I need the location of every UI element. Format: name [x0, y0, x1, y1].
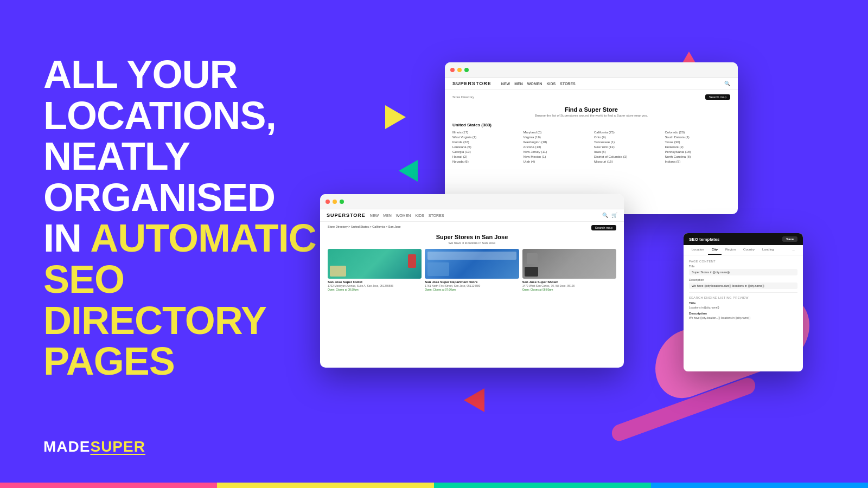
search-icon-w1[interactable]: 🔍 — [724, 81, 730, 86]
w1-nav-kids[interactable]: KIDS — [546, 82, 556, 86]
w3-page-content-label: PAGE CONTENT — [689, 260, 797, 263]
location-item[interactable]: Missouri (15) — [594, 160, 660, 163]
w1-brand: SUPERSTORE — [452, 81, 492, 86]
w1-locations-grid: Illinois (17)Maryland (5)California (75)… — [452, 131, 730, 163]
w2-main-title: Super Stores in San Jose — [328, 234, 616, 240]
location-item[interactable]: Ohio (9) — [594, 136, 660, 139]
w3-title-label: Title — [689, 265, 797, 268]
browser-bar-1 — [445, 62, 738, 78]
location-item[interactable]: Iowa (5) — [594, 150, 660, 153]
store-addr-dept: 1761 North First Street, San Jose, 95112… — [425, 284, 519, 287]
w2-stores-grid: San Jose Super Outlet 1702 Maridyan Aven… — [328, 249, 616, 291]
w3-header: SEO templates Save — [684, 233, 803, 245]
location-item[interactable]: Hawaii (2) — [452, 155, 518, 158]
w2-nav-kids[interactable]: KIDS — [415, 214, 424, 217]
dot-red-1 — [450, 68, 455, 72]
window1-nav: SUPERSTORE NEW MEN WOMEN KIDS STORES 🔍 — [445, 78, 738, 90]
location-item[interactable]: North Carolina (8) — [665, 155, 731, 158]
tab-country[interactable]: Country — [739, 245, 758, 255]
window-city: SUPERSTORE NEW MEN WOMEN KIDS STORES 🔍 🛒… — [320, 194, 624, 368]
location-item[interactable]: Maryland (5) — [524, 131, 589, 134]
w2-nav-stores[interactable]: STORES — [429, 214, 444, 217]
w2-nav-women[interactable]: WOMEN — [396, 214, 411, 217]
w1-nav-women[interactable]: WOMEN — [527, 82, 542, 86]
tab-city[interactable]: City — [708, 245, 722, 255]
decoration-triangle-yellow — [385, 105, 406, 129]
store-addr-shown: 1472 West San Carlos, 70, Wil Jose, 9512… — [522, 284, 616, 287]
w3-save-btn[interactable]: Save — [782, 236, 797, 242]
location-item[interactable]: Washington (18) — [524, 140, 589, 144]
location-item[interactable]: Louisiana (5) — [452, 145, 518, 149]
store-name-shown: San Jose Super Shown — [522, 280, 616, 284]
location-item[interactable]: Georgia (13) — [452, 150, 518, 153]
tab-location[interactable]: Location — [688, 245, 708, 255]
store-card-shown: San Jose Super Shown 1472 West San Carlo… — [522, 249, 616, 291]
location-item[interactable]: California (75) — [594, 131, 660, 134]
location-item[interactable]: Tennessee (1) — [594, 140, 660, 144]
decoration-triangle-red — [464, 388, 484, 412]
headline-line1: ALL YOUR LOCATIONS, — [43, 54, 369, 136]
location-item[interactable]: Delaware (2) — [665, 145, 731, 149]
tab-landing[interactable]: Landing — [758, 245, 777, 255]
logo-made: MADE — [43, 438, 90, 455]
w1-subtitle: Browse the list of Superstores around th… — [452, 114, 730, 117]
w3-title-value[interactable]: Super Stores in {{city.name}} — [689, 269, 797, 275]
store-open-shown: Open: Closes at 08:00pm — [522, 288, 616, 291]
location-item[interactable]: New Mexico (1) — [524, 155, 589, 158]
headline-in: IN — [43, 216, 90, 260]
w1-nav-stores[interactable]: STORES — [560, 82, 576, 86]
w3-preview-desc-value: We have {{city.location...}} locations i… — [689, 316, 797, 320]
location-item[interactable]: West Virginia (1) — [452, 136, 518, 139]
tab-region[interactable]: Region — [722, 245, 739, 255]
w1-nav-men[interactable]: MEN — [514, 82, 523, 86]
location-item[interactable]: Nevada (6) — [452, 160, 518, 163]
w3-desc-label: Description — [689, 278, 797, 281]
w2-breadcrumb-text[interactable]: Store Directory > United States > Califo… — [328, 225, 401, 228]
w3-preview-desc-label: Description — [689, 312, 797, 315]
cart-icon-w2[interactable]: 🛒 — [611, 213, 617, 218]
location-item[interactable]: New Jersey (11) — [524, 150, 589, 153]
dot-yellow-1 — [457, 68, 462, 72]
location-item[interactable]: Texas (30) — [665, 140, 731, 144]
bar-blue — [651, 483, 868, 488]
w3-body: PAGE CONTENT Title Super Stores in {{cit… — [684, 255, 803, 324]
location-item[interactable]: South Dakota (1) — [665, 136, 731, 139]
w3-divider — [689, 292, 797, 293]
location-item[interactable]: Arizona (13) — [524, 145, 589, 149]
browser-bar-2 — [320, 194, 624, 209]
w3-preview-label: SEARCH ENGINE LISTING PREVIEW — [689, 296, 797, 299]
w1-nav-new[interactable]: NEW — [501, 82, 510, 86]
tab-more[interactable]: ... — [788, 245, 799, 255]
w1-main-title: Find a Super Store — [452, 106, 730, 113]
location-item[interactable]: Illinois (17) — [452, 131, 518, 134]
w2-nav-links: NEW MEN WOMEN KIDS STORES — [370, 214, 444, 217]
w2-search-map-btn[interactable]: Search map — [591, 225, 616, 230]
window2-nav: SUPERSTORE NEW MEN WOMEN KIDS STORES 🔍 🛒 — [320, 209, 624, 222]
store-open-dept: Open: Closes at 07:00pm — [425, 288, 519, 291]
dot-green-1 — [464, 68, 469, 72]
logo: MADESUPER — [43, 438, 145, 455]
w2-subtitle: We have 3 locations in San Jose — [328, 241, 616, 245]
location-item[interactable]: Colorado (20) — [665, 131, 731, 134]
w1-breadcrumb: Store Directory — [452, 93, 474, 101]
location-item[interactable]: Virginia (19) — [524, 136, 589, 139]
logo-super: SUPER — [90, 438, 145, 455]
store-name-dept: San Jose Super Department Store — [425, 280, 519, 284]
location-item[interactable]: Utah (4) — [524, 160, 589, 163]
w2-nav-new[interactable]: NEW — [370, 214, 379, 217]
window2-content: Store Directory > United States > Califo… — [320, 222, 624, 294]
location-item[interactable]: New York (13) — [594, 145, 660, 149]
location-item[interactable]: Florida (22) — [452, 140, 518, 144]
w2-nav-icons: 🔍 🛒 — [602, 213, 617, 218]
w3-preview-title-value: Locations in {{city.name}} — [689, 306, 797, 310]
w3-desc-value[interactable]: We have {{city.locations.size}} location… — [689, 282, 797, 289]
decoration-triangle-green — [399, 160, 418, 182]
w1-search-map-btn[interactable]: Search map — [705, 94, 730, 100]
location-item[interactable]: District of Columbia (3) — [594, 155, 660, 158]
w2-nav-men[interactable]: MEN — [383, 214, 392, 217]
bottom-color-bars — [0, 483, 868, 488]
store-img-outlet — [328, 249, 422, 279]
location-item[interactable]: Indiana (5) — [665, 160, 731, 163]
location-item[interactable]: Pennsylvania (18) — [665, 150, 731, 153]
search-icon-w2[interactable]: 🔍 — [602, 213, 608, 218]
